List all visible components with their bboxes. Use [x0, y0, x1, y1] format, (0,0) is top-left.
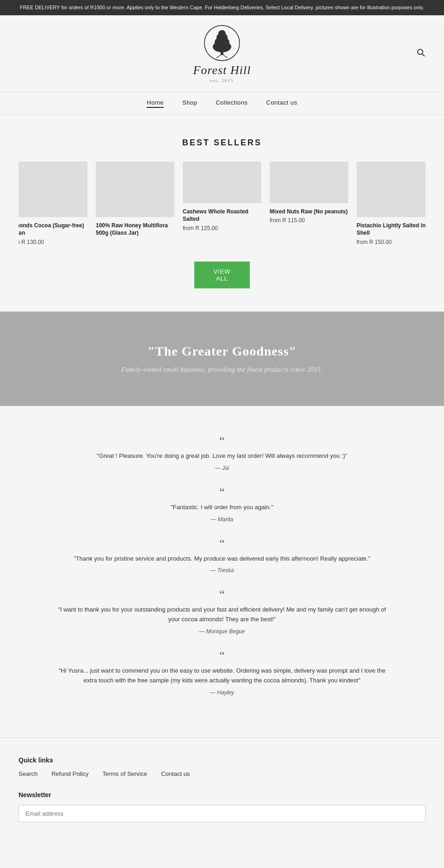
- newsletter-input-row: [18, 805, 426, 822]
- nav-shop[interactable]: Shop: [182, 99, 197, 108]
- hero-subtitle: Family-owned small business, providing t…: [18, 366, 426, 374]
- product-name-1: Almonds Cocoa (Sugar-free) Vegan: [18, 222, 87, 237]
- product-card-2[interactable]: 100% Raw Honey Multiflora 500g (Glass Ja…: [96, 162, 174, 246]
- quote-icon-4: “: [56, 587, 388, 601]
- product-name-3: Cashews Whole Roasted Salted: [183, 208, 261, 224]
- product-card-3[interactable]: Cashews Whole Roasted Salted from R 125.…: [183, 162, 261, 246]
- testimonial-text-4: "I want to thank you for your outstandin…: [56, 605, 388, 624]
- product-card-1[interactable]: Almonds Cocoa (Sugar-free) Vegan from R …: [18, 162, 87, 246]
- svg-line-7: [223, 55, 228, 58]
- svg-line-9: [422, 54, 425, 56]
- view-all-button[interactable]: VIEW ALL: [194, 262, 250, 288]
- logo-image: [204, 25, 240, 62]
- hero-section: "The Greater Goodness" Family-owned smal…: [0, 312, 444, 406]
- testimonial-text-1: "Great ! Pleasure. You're doing a great …: [56, 451, 388, 461]
- product-price-5: from R 150.00: [357, 239, 426, 245]
- product-image-4: [270, 162, 348, 203]
- quote-icon-5: “: [56, 649, 388, 662]
- testimonial-2: “ "Fantastic. I will order from you agai…: [56, 485, 388, 523]
- nav-collections[interactable]: Collections: [216, 99, 247, 108]
- testimonials-section: “ "Great ! Pleasure. You're doing a grea…: [0, 406, 444, 737]
- product-name-2: 100% Raw Honey Multiflora 500g (Glass Ja…: [96, 222, 174, 237]
- nav-contact[interactable]: Contact us: [266, 99, 297, 108]
- banner-text: FREE DELIVERY for orders of R1000 or mor…: [20, 5, 424, 10]
- top-banner: FREE DELIVERY for orders of R1000 or mor…: [0, 0, 444, 15]
- quick-links-title: Quick links: [18, 756, 426, 764]
- product-card-5[interactable]: Pistachio Lightly Salted in Shell from R…: [357, 162, 426, 246]
- svg-point-8: [418, 49, 423, 54]
- testimonial-author-5: — Hayley: [56, 689, 388, 696]
- svg-line-6: [216, 55, 221, 58]
- footer-links: Search Refund Policy Terms of Service Co…: [18, 770, 426, 777]
- footer-link-terms[interactable]: Terms of Service: [102, 770, 147, 777]
- best-sellers-title: BEST SELLERS: [18, 138, 426, 148]
- footer: Quick links Search Refund Policy Terms o…: [0, 737, 444, 831]
- product-card-4[interactable]: Mixed Nuts Raw (No peanuts) from R 115.0…: [270, 162, 348, 246]
- testimonial-author-4: — Monique Begue: [56, 628, 388, 635]
- hero-title: "The Greater Goodness": [18, 344, 426, 359]
- main-nav: Home Shop Collections Contact us: [0, 92, 444, 115]
- testimonial-author-1: — Jai: [56, 465, 388, 471]
- logo-est: est. 2015: [210, 78, 234, 83]
- product-price-1: from R 130.00: [18, 239, 87, 245]
- product-image-3: [183, 162, 261, 203]
- best-sellers-section: BEST SELLERS Almonds Cocoa (Sugar-free) …: [0, 115, 444, 312]
- nav-home[interactable]: Home: [147, 99, 164, 108]
- testimonial-4: “ "I want to thank you for your outstand…: [56, 587, 388, 635]
- quote-icon-3: “: [56, 537, 388, 550]
- testimonial-5: “ "Hi Yusra... just want to commend you …: [56, 649, 388, 696]
- footer-link-refund[interactable]: Refund Policy: [51, 770, 88, 777]
- products-grid: Almonds Cocoa (Sugar-free) Vegan from R …: [18, 162, 426, 246]
- quote-icon-2: “: [56, 485, 388, 499]
- footer-quick-links: Quick links Search Refund Policy Terms o…: [18, 756, 426, 777]
- logo-name: Forest Hill: [193, 63, 251, 77]
- testimonial-author-2: — Marita: [56, 516, 388, 523]
- product-image-5: [357, 162, 426, 217]
- quote-icon-1: “: [56, 434, 388, 448]
- footer-link-search[interactable]: Search: [18, 770, 37, 777]
- testimonial-text-5: "Hi Yusra... just want to commend you on…: [56, 666, 388, 686]
- logo[interactable]: Forest Hill est. 2015: [193, 25, 251, 83]
- newsletter-title: Newsletter: [18, 791, 426, 799]
- footer-newsletter: Newsletter: [18, 791, 426, 822]
- product-price-4: from R 115.00: [270, 217, 348, 224]
- testimonial-3: “ "Thank you for pristine service and pr…: [56, 537, 388, 574]
- product-image-2: [96, 162, 174, 217]
- testimonial-1: “ "Great ! Pleasure. You're doing a grea…: [56, 434, 388, 471]
- footer-link-contact[interactable]: Contact us: [161, 770, 190, 777]
- testimonial-author-3: — Treska: [56, 567, 388, 574]
- product-name-5: Pistachio Lightly Salted in Shell: [357, 222, 426, 237]
- header: Forest Hill est. 2015: [0, 15, 444, 92]
- testimonial-text-2: "Fantastic. I will order from you again.…: [56, 503, 388, 512]
- product-image-1: [18, 162, 87, 217]
- product-name-4: Mixed Nuts Raw (No peanuts): [270, 208, 348, 216]
- newsletter-email-input[interactable]: [19, 806, 425, 822]
- testimonial-text-3: "Thank you for pristine service and prod…: [56, 554, 388, 564]
- product-price-3: from R 125.00: [183, 225, 261, 231]
- search-icon[interactable]: [416, 48, 426, 59]
- svg-point-5: [218, 30, 226, 37]
